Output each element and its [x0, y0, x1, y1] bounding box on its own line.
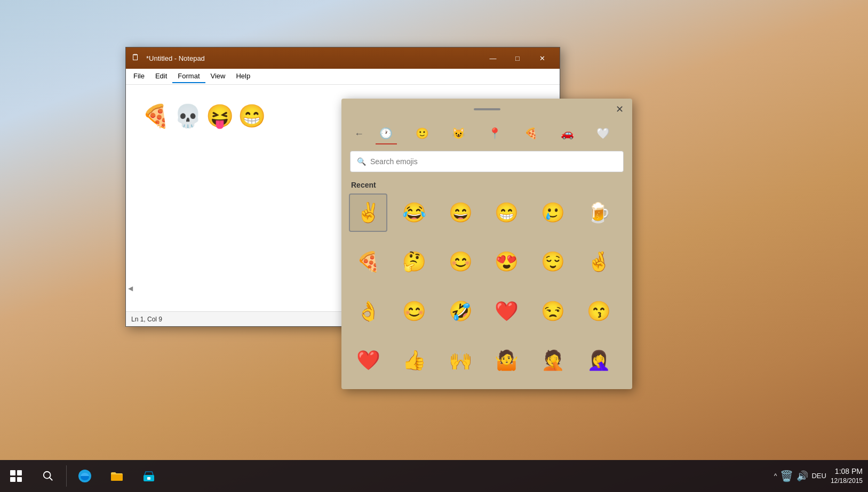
search-icon: 🔍: [357, 157, 366, 166]
edge-browser-icon: [77, 469, 92, 483]
emoji-cell[interactable]: 😊: [395, 292, 434, 330]
emoji-cat-recent[interactable]: 🕐: [376, 123, 397, 144]
close-button[interactable]: ✕: [530, 47, 554, 69]
emoji-cell[interactable]: 😄: [441, 193, 480, 232]
taskbar-edge-icon[interactable]: [69, 460, 101, 492]
people-icon: 😺: [452, 127, 465, 140]
store-icon: [142, 470, 155, 482]
tray-language-label[interactable]: DEU: [811, 472, 826, 480]
heart-icon: 🤍: [596, 127, 610, 140]
search-taskbar-icon: [42, 470, 54, 482]
emoji-cell[interactable]: 🙌: [441, 341, 480, 380]
taskbar-file-explorer-icon[interactable]: [101, 460, 133, 492]
emoji-nav-categories: 🕐 🙂 😺 📍 🍕 🚗 🤍: [368, 123, 622, 144]
drag-handle: [474, 108, 500, 110]
start-button[interactable]: [0, 460, 32, 492]
clock-icon: 🕐: [379, 127, 393, 140]
minimize-button[interactable]: —: [481, 47, 505, 69]
emoji-cell[interactable]: 🤞: [580, 243, 618, 281]
win-tile-3: [10, 477, 15, 482]
emoji-search-box: 🔍: [350, 151, 624, 172]
emoji-cell[interactable]: ❤️: [488, 292, 526, 330]
location-icon: 📍: [488, 127, 501, 140]
emoji-cat-people[interactable]: 😺: [448, 123, 469, 144]
menu-help[interactable]: Help: [230, 70, 256, 83]
win-tile-2: [17, 470, 22, 475]
emoji-cell[interactable]: 👍: [395, 341, 434, 380]
emoji-skull: 💀: [174, 101, 202, 132]
date-display: 12/18/2015: [831, 477, 863, 486]
emoji-grin: 😁: [238, 101, 266, 132]
svg-rect-5: [147, 477, 150, 480]
win-tile-4: [17, 477, 22, 482]
menu-view[interactable]: View: [205, 70, 231, 83]
emoji-cell[interactable]: 🤔: [395, 243, 434, 281]
notepad-emoji-content: 🍕 💀 😝 😁: [142, 101, 266, 132]
emoji-cell[interactable]: 😊: [441, 243, 480, 281]
emoji-picker-nav: ← 🕐 🙂 😺 📍 🍕 🚗 🤍: [341, 120, 632, 144]
notepad-menubar: File Edit Format View Help: [126, 69, 560, 85]
emoji-grid: ✌️ 😂 😄 😁 🥲 🍺 🍕 🤔 😊 😍 😌 🤞 👌 😊 🤣 ❤️ 😒 😙 ❤️…: [341, 193, 632, 389]
emoji-cat-smiley[interactable]: 🙂: [412, 123, 433, 144]
taskbar: ^ 🗑️ 🔊 DEU 1:08 PM 12/18/2015: [0, 460, 868, 492]
emoji-cell[interactable]: ❤️: [349, 341, 387, 380]
emoji-cell[interactable]: 😍: [488, 243, 526, 281]
system-tray: ^ 🗑️ 🔊 DEU: [774, 470, 826, 482]
emoji-cell[interactable]: 😙: [580, 292, 618, 330]
menu-format[interactable]: Format: [172, 70, 205, 83]
emoji-search-container: 🔍: [341, 144, 632, 179]
emoji-section-label: Recent: [341, 179, 632, 193]
cursor-position: Ln 1, Col 9: [131, 316, 162, 323]
emoji-cell[interactable]: 🥲: [533, 193, 572, 232]
emoji-cat-heart[interactable]: 🤍: [593, 123, 614, 144]
taskbar-clock[interactable]: 1:08 PM 12/18/2015: [831, 466, 863, 486]
folder-icon: [110, 469, 124, 483]
emoji-cat-location[interactable]: 📍: [484, 123, 505, 144]
svg-point-0: [44, 472, 51, 479]
emoji-cell[interactable]: 🤷: [488, 341, 526, 380]
emoji-picker: ✕ ← 🕐 🙂 😺 📍 🍕 🚗 🤍: [341, 99, 632, 389]
emoji-cell[interactable]: 😁: [488, 193, 526, 232]
emoji-pizza: 🍕: [142, 101, 170, 132]
smiley-icon: 🙂: [416, 127, 429, 140]
window-controls: — □ ✕: [481, 47, 554, 69]
emoji-tongue: 😝: [206, 101, 234, 132]
food-icon: 🍕: [524, 127, 538, 140]
emoji-picker-close-button[interactable]: ✕: [612, 102, 627, 117]
win-tile-1: [10, 470, 15, 475]
emoji-cell[interactable]: 😌: [533, 243, 572, 281]
emoji-cell[interactable]: 😒: [533, 292, 572, 330]
emoji-cell[interactable]: 👌: [349, 292, 387, 330]
emoji-cat-travel[interactable]: 🚗: [556, 123, 578, 144]
taskbar-store-icon[interactable]: [133, 460, 165, 492]
emoji-cell[interactable]: 🤦‍♀️: [580, 341, 618, 380]
windows-logo-icon: [10, 470, 22, 482]
menu-edit[interactable]: Edit: [150, 70, 172, 83]
emoji-nav-back-button[interactable]: ←: [352, 126, 366, 142]
tray-show-hidden-button[interactable]: ^: [774, 472, 777, 480]
taskbar-divider: [66, 465, 67, 487]
emoji-cell[interactable]: 🤣: [441, 292, 480, 330]
emoji-cell[interactable]: 🤦: [533, 341, 572, 380]
emoji-cell[interactable]: ✌️: [349, 193, 387, 232]
emoji-cell[interactable]: 🍕: [349, 243, 387, 281]
menu-file[interactable]: File: [128, 70, 150, 83]
emoji-cat-food[interactable]: 🍕: [520, 123, 541, 144]
notepad-app-icon: 🗒: [131, 53, 142, 63]
maximize-button[interactable]: □: [505, 47, 530, 69]
emoji-cell[interactable]: 🍺: [580, 193, 618, 232]
notepad-scrollbar[interactable]: ◀: [126, 280, 135, 296]
notepad-title: *Untitled - Notepad: [146, 54, 481, 62]
notepad-titlebar: 🗒 *Untitled - Notepad — □ ✕: [126, 47, 560, 69]
tray-recycle-bin-icon: 🗑️: [780, 470, 793, 482]
taskbar-right-tray: ^ 🗑️ 🔊 DEU 1:08 PM 12/18/2015: [774, 466, 868, 486]
time-display: 1:08 PM: [831, 466, 863, 477]
emoji-cell[interactable]: 😂: [395, 193, 434, 232]
tray-volume-icon[interactable]: 🔊: [797, 470, 808, 482]
taskbar-search-button[interactable]: [32, 460, 64, 492]
scroll-left-arrow[interactable]: ◀: [128, 284, 133, 293]
emoji-search-input[interactable]: [370, 157, 617, 166]
emoji-picker-titlebar: ✕: [341, 99, 632, 120]
travel-icon: 🚗: [561, 127, 574, 140]
svg-line-1: [50, 478, 53, 481]
